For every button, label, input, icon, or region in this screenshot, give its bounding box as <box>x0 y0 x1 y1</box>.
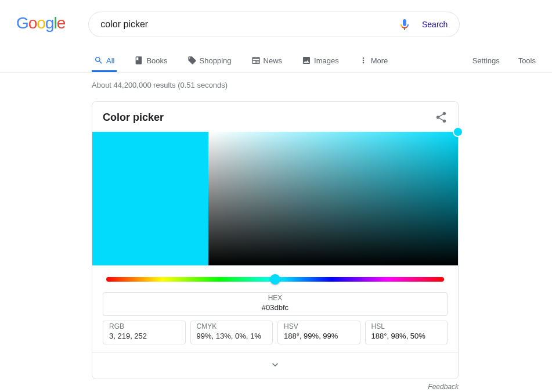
tab-all[interactable]: All <box>92 50 117 72</box>
hex-label: HEX <box>109 294 441 302</box>
tab-label: Shopping <box>200 56 232 65</box>
rgb-value: 3, 219, 252 <box>109 332 179 340</box>
tab-label: All <box>106 56 114 65</box>
cmyk-value-box[interactable]: CMYK 99%, 13%, 0%, 1% <box>190 321 273 344</box>
hsv-value: 188°, 99%, 99% <box>284 332 354 340</box>
cmyk-label: CMYK <box>197 322 267 330</box>
tools-link[interactable]: Tools <box>516 51 538 72</box>
settings-link[interactable]: Settings <box>470 51 502 72</box>
chevron-down-icon <box>269 359 281 371</box>
hue-slider[interactable] <box>106 277 444 282</box>
hex-value-box[interactable]: HEX #03dbfc <box>103 292 448 316</box>
tab-shopping[interactable]: Shopping <box>185 50 234 72</box>
tab-more[interactable]: More <box>356 50 391 72</box>
hsv-label: HSV <box>284 322 354 330</box>
results-stats: About 44,200,000 results (0.51 seconds) <box>92 81 552 89</box>
share-icon[interactable] <box>435 111 448 124</box>
google-logo[interactable]: Google <box>16 14 65 33</box>
hsl-value: 188°, 98%, 50% <box>371 332 442 340</box>
tab-news[interactable]: News <box>249 50 285 72</box>
tag-icon <box>187 56 197 65</box>
tab-label: News <box>264 56 283 65</box>
search-button[interactable]: Search <box>422 20 448 29</box>
search-bar: Search <box>88 12 460 37</box>
tab-images[interactable]: Images <box>300 50 341 72</box>
news-icon <box>251 56 261 65</box>
tab-label: Images <box>314 56 339 65</box>
tab-label: More <box>371 56 388 65</box>
tab-label: Books <box>146 56 167 65</box>
tab-label: Settings <box>472 56 500 65</box>
book-icon <box>134 56 143 65</box>
hsl-label: HSL <box>371 322 442 330</box>
hue-handle[interactable] <box>270 274 280 285</box>
feedback-link[interactable]: Feedback <box>92 383 459 391</box>
tab-books[interactable]: Books <box>132 50 169 72</box>
expand-toggle[interactable] <box>92 353 458 379</box>
card-title: Color picker <box>103 112 164 124</box>
tab-label: Tools <box>518 56 536 65</box>
microphone-icon[interactable] <box>398 17 412 31</box>
rgb-value-box[interactable]: RGB 3, 219, 252 <box>103 321 186 344</box>
saturation-value-picker[interactable] <box>208 132 458 265</box>
color-swatch <box>92 132 208 265</box>
more-vert-icon <box>359 56 368 65</box>
search-icon <box>94 56 103 65</box>
hex-value: #03dbfc <box>109 303 441 312</box>
hsl-value-box[interactable]: HSL 188°, 98%, 50% <box>365 321 448 344</box>
color-picker-card: Color picker HEX #03dbfc RGB 3, 219, 252 <box>92 101 459 379</box>
rgb-label: RGB <box>109 322 179 330</box>
cmyk-value: 99%, 13%, 0%, 1% <box>197 332 267 340</box>
hsv-value-box[interactable]: HSV 188°, 99%, 99% <box>277 321 360 344</box>
sv-handle[interactable] <box>453 127 463 137</box>
image-icon <box>302 56 311 65</box>
search-input[interactable] <box>100 19 398 30</box>
